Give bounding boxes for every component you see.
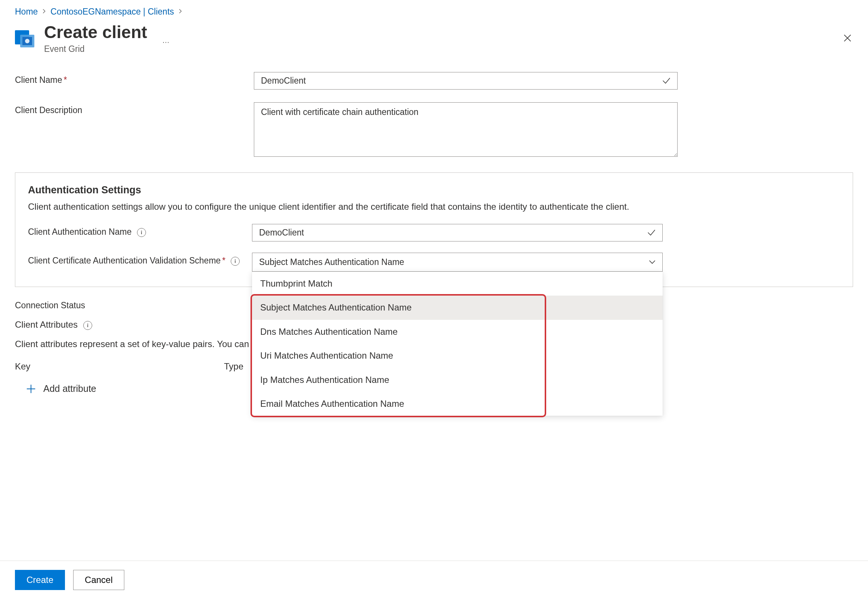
validation-scheme-option[interactable]: Thumbprint Match xyxy=(252,272,663,296)
validation-scheme-select[interactable]: Subject Matches Authentication Name xyxy=(252,253,663,272)
client-description-input[interactable]: Client with certificate chain authentica… xyxy=(254,102,678,157)
page-subtitle: Event Grid xyxy=(44,43,147,55)
required-asterisk: * xyxy=(222,256,226,265)
client-attributes-heading: Client Attributes xyxy=(15,319,78,330)
client-name-label: Client Name* xyxy=(15,72,254,86)
client-name-input[interactable] xyxy=(254,72,678,90)
svg-point-8 xyxy=(87,324,88,324)
validation-scheme-option[interactable]: Uri Matches Authentication Name xyxy=(252,344,663,367)
checkmark-icon xyxy=(646,227,657,238)
more-button[interactable]: … xyxy=(162,35,170,45)
validation-scheme-option[interactable]: Subject Matches Authentication Name xyxy=(252,296,663,319)
svg-point-6 xyxy=(235,259,235,260)
close-button[interactable] xyxy=(842,32,852,47)
validation-scheme-option[interactable]: Dns Matches Authentication Name xyxy=(252,320,663,344)
breadcrumb-namespace[interactable]: ContosoEGNamespace | Clients xyxy=(50,6,174,18)
connection-status-label: Connection Status xyxy=(15,298,254,311)
client-auth-name-input[interactable] xyxy=(252,224,663,241)
info-icon[interactable] xyxy=(137,228,146,237)
svg-rect-5 xyxy=(141,232,142,234)
validation-scheme-dropdown: Thumbprint MatchSubject Matches Authenti… xyxy=(252,272,663,416)
auth-settings-heading: Authentication Settings xyxy=(28,183,840,197)
client-auth-name-label: Client Authentication Name xyxy=(28,224,252,238)
validation-scheme-label: Client Certificate Authentication Valida… xyxy=(28,253,252,266)
attributes-type-column: Type xyxy=(224,361,243,372)
authentication-settings-card: Authentication Settings Client authentic… xyxy=(15,172,853,287)
breadcrumb-home[interactable]: Home xyxy=(15,6,38,18)
info-icon[interactable] xyxy=(231,257,240,266)
checkmark-icon xyxy=(661,75,672,86)
page-header: Create client Event Grid … xyxy=(0,20,868,72)
cancel-button[interactable]: Cancel xyxy=(73,570,124,590)
chevron-right-icon xyxy=(41,7,47,16)
resource-icon xyxy=(15,28,35,48)
svg-point-4 xyxy=(141,231,142,232)
svg-rect-7 xyxy=(235,260,235,263)
info-icon[interactable] xyxy=(83,321,92,330)
client-description-label: Client Description xyxy=(15,102,254,116)
required-asterisk: * xyxy=(64,75,67,85)
chevron-down-icon xyxy=(648,258,656,266)
validation-scheme-option[interactable]: Ip Matches Authentication Name xyxy=(252,368,663,392)
auth-settings-description: Client authentication settings allow you… xyxy=(28,200,840,214)
footer: Create Cancel xyxy=(0,561,868,599)
breadcrumb: Home ContosoEGNamespace | Clients xyxy=(0,0,868,20)
validation-scheme-option[interactable]: Email Matches Authentication Name xyxy=(252,392,663,416)
create-button[interactable]: Create xyxy=(15,570,65,590)
svg-rect-9 xyxy=(87,325,88,327)
svg-point-3 xyxy=(25,39,30,43)
page-title: Create client xyxy=(44,23,147,42)
plus-icon xyxy=(26,383,36,394)
chevron-right-icon xyxy=(178,7,183,16)
attributes-key-column: Key xyxy=(15,361,224,372)
